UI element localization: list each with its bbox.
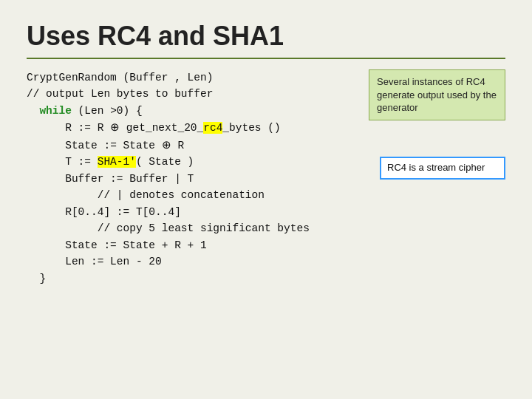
code-text: := State — [98, 140, 162, 151]
code-text: get_next_20_ — [120, 122, 203, 134]
sidebar-note-text: Several instances of RC4 generate output… — [377, 76, 497, 113]
code-text: R[0..4] := T[0..4] — [27, 206, 181, 218]
code-text: // output Len bytes to buffer — [27, 88, 213, 100]
code-line-10: // copy 5 least significant bytes — [27, 220, 505, 236]
oplus-2: ⊕ — [162, 139, 171, 151]
code-text: ( State ) — [136, 156, 194, 168]
title-divider — [27, 58, 505, 59]
code-text: R — [171, 140, 184, 151]
slide: Uses RC4 and SHA1 Several instances of R… — [0, 0, 532, 399]
code-text: (Len >0) { — [72, 105, 143, 117]
keyword-while: while — [39, 105, 72, 117]
code-text: State := State + R + 1 — [27, 239, 207, 251]
code-line-11: State := State + R + 1 — [27, 237, 505, 253]
code-line-5: State := State ⊕ R — [27, 137, 505, 154]
oplus-1: ⊕ — [110, 121, 120, 133]
code-text — [27, 140, 65, 151]
code-line-12: Len := Len - 20 — [27, 253, 505, 270]
code-text: // copy 5 least significant bytes — [27, 222, 310, 234]
sidebar-note: Several instances of RC4 generate output… — [369, 69, 505, 120]
code-text: // | denotes concatenation — [27, 189, 265, 201]
code-text: } — [27, 273, 46, 284]
content-area: Several instances of RC4 generate output… — [27, 69, 505, 287]
code-line-13: } — [27, 270, 505, 287]
code-text: _bytes () — [222, 122, 280, 134]
sha1-highlight: SHA-1' — [98, 156, 136, 168]
code-text: Buffer := Buffer | T — [27, 173, 194, 185]
code-line-9: R[0..4] := T[0..4] — [27, 204, 505, 220]
code-text: R := R — [27, 122, 110, 134]
state-label: State — [65, 140, 98, 151]
rc4-stream-note-text: RC4 is a stream cipher — [387, 162, 485, 173]
code-line-4: R := R ⊕ get_next_20_rc4_bytes () — [27, 119, 505, 136]
rc4-highlight: rc4 — [203, 122, 222, 134]
code-text: T := — [27, 156, 98, 168]
slide-title: Uses RC4 and SHA1 — [27, 21, 505, 52]
rc4-stream-note: RC4 is a stream cipher — [380, 157, 505, 180]
code-text: Len := Len - 20 — [27, 256, 162, 267]
code-line-8: // | denotes concatenation — [27, 187, 505, 203]
code-text: CryptGenRandom (Buffer , Len) — [27, 72, 213, 83]
